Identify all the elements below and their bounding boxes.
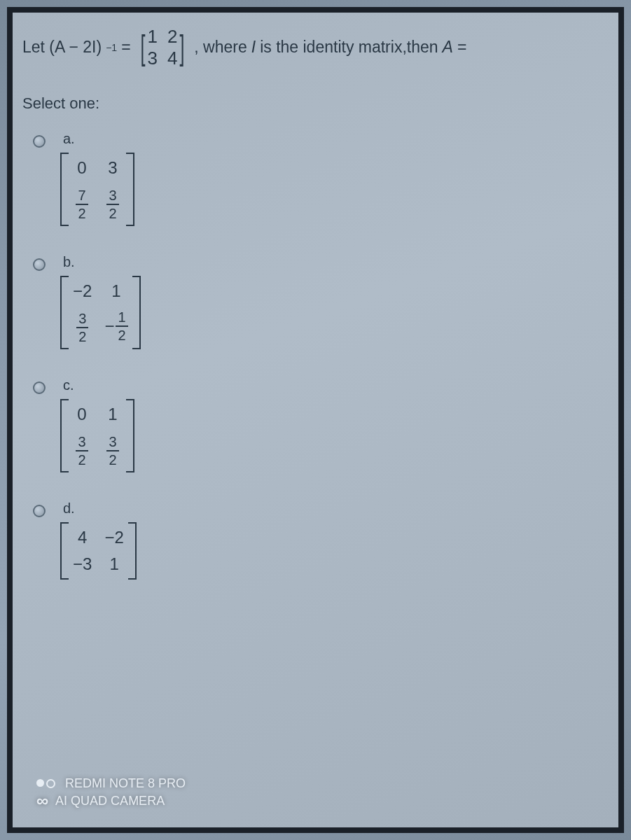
matrix-cell: 0 xyxy=(73,405,91,424)
matrix-cell: 4 xyxy=(73,528,92,547)
matrix-cell: 1 xyxy=(104,281,127,301)
bracket-right-icon xyxy=(128,522,137,580)
a-var: A xyxy=(443,38,453,57)
option-label-c: c. xyxy=(63,377,134,393)
matrix-cell: 1 xyxy=(147,27,157,47)
matrix-cell: − 12 xyxy=(104,308,127,344)
bracket-left-icon xyxy=(60,399,69,472)
identity-var: I xyxy=(251,38,256,57)
fraction-num: 7 xyxy=(76,188,88,205)
bracket-right-icon: ] xyxy=(180,34,185,62)
option-label-b: b. xyxy=(63,254,141,270)
options-group: a. 0 3 72 32 b. xyxy=(22,131,609,580)
option-b-matrix: −2 1 32 − 12 xyxy=(60,276,141,349)
matrix-cell: 2 xyxy=(167,27,177,47)
quad-camera-icon xyxy=(36,779,55,788)
question-suffix2: is the identity matrix,then xyxy=(260,38,438,57)
matrix-cell: −3 xyxy=(73,554,92,574)
option-label-a: a. xyxy=(63,131,134,147)
matrix-cell: 4 xyxy=(167,48,177,69)
matrix-cell: 32 xyxy=(104,431,122,467)
select-prompt: Select one: xyxy=(22,94,609,113)
option-c[interactable]: c. 0 1 32 32 xyxy=(29,377,609,472)
fraction-den: 2 xyxy=(78,205,85,220)
fraction-num: 3 xyxy=(106,188,118,205)
option-a-matrix: 0 3 72 32 xyxy=(60,153,134,226)
question-stem: Let (A − 2I)−1 = [ 1 2 3 4 ] , where I i… xyxy=(22,27,609,68)
bracket-right-icon xyxy=(132,276,141,349)
fraction-den: 2 xyxy=(118,327,125,342)
fraction-den: 2 xyxy=(78,328,86,344)
matrix-cell: 32 xyxy=(104,185,122,220)
question-equals: = xyxy=(121,38,130,57)
fraction-den: 2 xyxy=(109,205,116,220)
minus-sign: − xyxy=(104,316,114,336)
radio-c[interactable] xyxy=(33,382,46,394)
option-label-d: d. xyxy=(63,500,137,517)
fraction-num: 3 xyxy=(76,435,88,451)
question-suffix3: = xyxy=(457,38,466,57)
question-exponent: −1 xyxy=(106,42,117,53)
option-c-matrix: 0 1 32 32 xyxy=(60,399,134,472)
option-d-matrix: 4 −2 −3 1 xyxy=(60,522,137,580)
matrix-cell: 1 xyxy=(104,405,122,424)
camera-watermark: REDMI NOTE 8 PRO ∞ AI QUAD CAMERA xyxy=(36,776,186,811)
matrix-cell: 3 xyxy=(147,48,157,69)
fraction-num: 3 xyxy=(106,435,118,451)
radio-b[interactable] xyxy=(33,258,46,271)
bracket-left-icon xyxy=(60,153,69,226)
matrix-cell: −2 xyxy=(104,528,123,547)
option-a[interactable]: a. 0 3 72 32 xyxy=(29,131,609,226)
matrix-cell: 32 xyxy=(73,431,91,467)
option-d[interactable]: d. 4 −2 −3 1 xyxy=(29,500,609,580)
question-suffix: , where xyxy=(194,38,247,57)
bracket-left-icon xyxy=(60,276,69,349)
bracket-left-icon xyxy=(60,522,69,580)
watermark-line1: REDMI NOTE 8 PRO xyxy=(65,776,186,791)
question-prefix: Let (A − 2I) xyxy=(22,38,102,57)
radio-a[interactable] xyxy=(33,135,46,148)
fraction-num: 3 xyxy=(76,312,88,328)
bracket-right-icon xyxy=(126,153,134,226)
radio-d[interactable] xyxy=(33,505,46,517)
given-matrix: [ 1 2 3 4 ] xyxy=(138,27,188,68)
matrix-cell: 72 xyxy=(73,185,91,220)
fraction-den: 2 xyxy=(78,451,85,467)
watermark-line2: AI QUAD CAMERA xyxy=(55,794,165,808)
bracket-right-icon xyxy=(126,399,134,472)
infinity-icon: ∞ xyxy=(36,791,48,811)
matrix-cell: 32 xyxy=(73,308,92,344)
matrix-cell: 1 xyxy=(104,554,123,574)
matrix-cell: −2 xyxy=(73,281,92,301)
option-b[interactable]: b. −2 1 32 − 12 xyxy=(29,254,609,349)
matrix-cell: 3 xyxy=(104,158,122,178)
fraction-num: 1 xyxy=(116,310,127,327)
bracket-left-icon: [ xyxy=(140,34,145,62)
matrix-cell: 0 xyxy=(73,158,91,178)
fraction-den: 2 xyxy=(109,451,116,467)
